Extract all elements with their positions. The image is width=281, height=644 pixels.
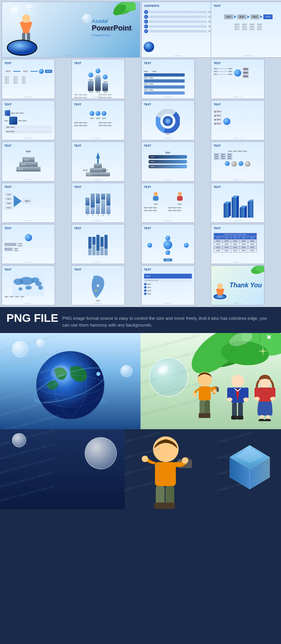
svg-point-3	[22, 14, 30, 22]
slide6-title: TEXT	[74, 62, 122, 65]
svg-rect-83	[199, 386, 211, 400]
slide26-label: TEXT	[74, 300, 122, 302]
slide8-title: TEXT	[214, 62, 261, 65]
slide-19[interactable]: TEXT TEXT TEXT TEXT	[141, 183, 195, 223]
slide-27[interactable]: TEXT TEXT 123 456 78 TEXT	[141, 265, 195, 305]
slide-24[interactable]: TEXT TEXT TEXT TEXT TEXT TEXT TEXTTEXTTE…	[211, 224, 264, 264]
slide-21[interactable]: TEXT • TEXT• TEXT • TEXT• TEXT asadal.co…	[2, 224, 55, 264]
slide-26[interactable]: TEXT TEXT asadal.com	[71, 265, 125, 305]
slide-thankyou[interactable]: Thank You asadal.com	[211, 265, 264, 305]
svg-text:TEXT: TEXT	[21, 164, 26, 166]
preview-section: asadal.com asadal.com asadal.com asadal.…	[0, 333, 281, 429]
preview-cube-section: asadal.com asadal.com asadal.com asadal.…	[218, 429, 281, 509]
slide-13[interactable]: TEXT TEXT TEXT TEXT TEXT asadal.com	[2, 141, 55, 182]
slide-14[interactable]: TEXT	[71, 141, 125, 182]
svg-point-106	[270, 397, 276, 401]
bottom-preview: asadal.com asadal.com asadal.com asadal.…	[0, 429, 281, 509]
slide20-title: TEXT	[214, 186, 261, 188]
svg-text:TEXT: TEXT	[24, 159, 29, 161]
svg-point-56	[95, 290, 97, 291]
preview-sphere2	[12, 433, 26, 447]
svg-point-10	[8, 40, 37, 55]
slide-10[interactable]: TEXT TEXT TEXT TEXT TEXT TEXT TEXT TEXT …	[71, 100, 125, 140]
svg-marker-40	[236, 196, 239, 218]
slide19-diagram: TEXT TEXT	[144, 192, 192, 205]
svg-point-109	[259, 419, 265, 421]
slide11-label: TEXT	[144, 133, 192, 135]
svg-point-60	[217, 283, 223, 289]
slide13-diagram: TEXT TEXT TEXT TEXT	[4, 150, 52, 173]
svg-text:TEXT: TEXT	[18, 168, 23, 171]
slide21-diagram: • TEXT• TEXT • TEXT• TEXT	[4, 234, 52, 252]
watermark: asadal.com	[2, 96, 55, 98]
slide26-diagram	[74, 274, 122, 300]
slide-cover[interactable]: Asadal PowerPoint PowerPoint asadal.com	[2, 2, 140, 58]
slide-5[interactable]: TEXT TEXT TEXT TEXT •TEXT•TEXT•TEXT•TEXT…	[2, 59, 55, 99]
slide22-diagram	[74, 235, 122, 255]
slide-12[interactable]: TEXT ▶ TEXT ▶ TEXT ▶ TEXT ▶ TEXT asadal.…	[211, 100, 264, 140]
svg-point-90	[231, 375, 244, 388]
slide9-diagram: TEXT TEXT TEXT TEXT TEXT TEXT TEXT TEXT …	[4, 110, 52, 133]
slide-25[interactable]: TEXT TEXT TEXT TEXT TEXT	[2, 265, 55, 305]
slide-arrows[interactable]: TEXT TEXT TEXT TEXT TEXT TEXTTEXTTEXT TE…	[211, 2, 281, 58]
wm-bottom-right: asadal.com asadal.com asadal.com asadal.…	[218, 429, 281, 509]
bubble-deco3	[82, 14, 91, 23]
slide-18[interactable]: TEXT 1 2 3	[71, 183, 125, 223]
slide19-title: TEXT	[144, 186, 192, 188]
svg-point-95	[227, 398, 232, 402]
watermark: asadal.com	[211, 220, 264, 222]
globe-deco	[6, 36, 38, 57]
slide-7[interactable]: TEXT TEXT TEXT TEXTTEXT TEXTTEXT TEXTTEX…	[141, 59, 195, 99]
brand-name: Asadal	[92, 18, 131, 24]
watermark: asadal.com	[142, 261, 194, 263]
preview-globe-cell: asadal.com asadal.com asadal.com asadal.…	[0, 333, 140, 429]
brand-block: Asadal PowerPoint PowerPoint	[92, 18, 131, 37]
svg-marker-46	[252, 200, 253, 218]
thankyou-text: Thank You	[230, 282, 262, 289]
slide-17[interactable]: TEXT • TEXT • TEXT • TEXT • TEXT TEXT as…	[2, 183, 55, 223]
slide-16[interactable]: TEXT TEXT TEXT TEXT TEXT TEXTTEXTTEXT TE…	[211, 141, 264, 182]
slide-9[interactable]: TEXT TEXT TEXT TEXT TEXT TEXT TEXT TEXT …	[2, 100, 55, 140]
slide5-diagram: TEXT TEXT TEXT	[4, 69, 52, 74]
slide-8[interactable]: TEXT TEXT TEXT TEXT TEXT TEXT	[211, 59, 264, 99]
contents-item-1: 1 TEXT	[144, 10, 214, 14]
watermark: asadal.com	[72, 137, 124, 139]
svg-point-96	[243, 398, 249, 402]
slide15-diagram: TEXT TEXT TEXT TEXT	[144, 151, 192, 168]
slide-23[interactable]: TEXT TEXT	[141, 224, 195, 264]
globe-large	[30, 345, 110, 425]
slide-20[interactable]: TEXT	[211, 183, 264, 223]
svg-rect-26	[94, 164, 102, 168]
svg-point-17	[163, 116, 173, 126]
slide8-diagram: TEXT TEXT TEXT TEXT TEXT TEXT	[214, 68, 261, 78]
watermark: asadal.com	[72, 261, 124, 263]
slide-22[interactable]: TEXT	[71, 224, 125, 264]
slide-15[interactable]: TEXT TEXT TEXT TEXT TEXT asadal.com	[141, 141, 195, 182]
svg-point-84	[193, 393, 197, 397]
slide-11[interactable]: TEXT TEXT asadal.com	[141, 100, 195, 140]
watermark: asadal.com	[211, 137, 264, 139]
svg-point-65	[36, 351, 104, 419]
brand-reflection: PowerPoint	[92, 33, 131, 37]
svg-rect-102	[259, 388, 271, 402]
svg-point-51	[35, 281, 42, 286]
svg-point-85	[213, 389, 217, 393]
slide-contents[interactable]: CONTENTS 1 TEXT 2 TEXT 3 TEXT	[141, 2, 216, 58]
watermark: asadal.com	[211, 302, 264, 304]
preview-bubble-1	[12, 341, 28, 357]
slide10-title: TEXT	[74, 103, 122, 106]
slide-6[interactable]: TEXT TEXT TEXT TEXT TEXT TEXT	[71, 59, 125, 99]
bubble-deco2	[26, 4, 33, 11]
svg-text:TEXT: TEXT	[83, 169, 88, 172]
slide27-title: TEXT	[144, 268, 192, 271]
svg-rect-32	[153, 196, 159, 201]
contents-item-4: 4 TEXT	[144, 24, 214, 28]
preview-bubble-large	[149, 357, 189, 399]
arrows-diagram: TEXT TEXT TEXT TEXT	[214, 14, 281, 19]
svg-text:TEXT: TEXT	[103, 169, 108, 172]
svg-rect-98	[238, 403, 243, 417]
watermark: asadal.com	[2, 137, 55, 139]
svg-point-55	[97, 285, 99, 287]
svg-rect-99	[231, 416, 237, 420]
svg-text:TEXT: TEXT	[87, 174, 92, 176]
